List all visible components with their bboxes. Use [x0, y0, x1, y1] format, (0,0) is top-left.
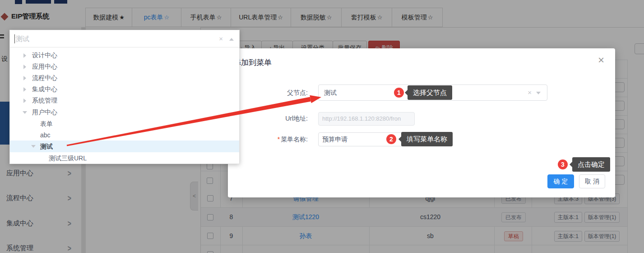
- annotation-badge-3: 3: [558, 159, 568, 169]
- url-input: http://192.168.1.120:8280/fron: [318, 112, 415, 126]
- parent-node-dropdown: 测试 × 设计中心 应用中心 流程中心 集成中心 系统管理 用户中心 表单 ab…: [9, 30, 240, 164]
- tree-item-user-center[interactable]: 用户中心: [10, 107, 239, 118]
- add-to-menu-modal: 添加到菜单 × 父节点: 测试 × Url地址: http://192.168.…: [228, 48, 615, 197]
- caret-right-icon[interactable]: [23, 53, 26, 58]
- menu-name-label: *菜单名称:: [253, 135, 308, 144]
- caret-right-icon[interactable]: [23, 65, 26, 69]
- tree-item-design-center[interactable]: 设计中心: [10, 50, 239, 61]
- screen: EIP管理系统 数据建模★ pc表单☆ 手机表单☆ URL表单管理☆ 数据脱敏☆…: [0, 0, 644, 253]
- tooltip-arrow: [405, 90, 408, 95]
- text-caret: [14, 34, 15, 43]
- tree-item-app-center[interactable]: 应用中心: [10, 61, 239, 72]
- caret-right-icon[interactable]: [23, 87, 26, 92]
- tree-item-form[interactable]: 表单: [10, 118, 239, 130]
- caret-right-icon[interactable]: [23, 98, 26, 103]
- tree-item-integration-center[interactable]: 集成中心: [10, 84, 239, 95]
- required-mark: *: [278, 136, 280, 143]
- parent-node-label: 父节点:: [253, 88, 308, 97]
- tree-search-input[interactable]: 测试 ×: [10, 30, 239, 47]
- tree-item-abc[interactable]: abc: [10, 130, 239, 141]
- caret-down-icon[interactable]: [23, 111, 27, 114]
- annotation-badge-2: 2: [386, 134, 396, 144]
- clear-icon[interactable]: ×: [219, 30, 223, 47]
- caret-up-icon[interactable]: [229, 38, 234, 41]
- cancel-button[interactable]: 取 消: [579, 174, 605, 188]
- close-icon[interactable]: ×: [598, 55, 604, 66]
- annotation-tip-3: 点击确定: [572, 157, 610, 172]
- url-label: Url地址:: [253, 114, 308, 123]
- tree-item-test-selected[interactable]: 测试: [10, 141, 239, 152]
- confirm-button[interactable]: 确 定: [547, 174, 574, 188]
- annotation-tip-1: 选择父节点: [408, 85, 452, 100]
- tooltip-arrow: [570, 162, 572, 167]
- annotation-badge-1: 1: [394, 88, 404, 98]
- tooltip-arrow: [398, 136, 401, 142]
- clear-icon[interactable]: ×: [528, 85, 532, 100]
- caret-down-icon[interactable]: [536, 92, 541, 94]
- tree-item-system-mgmt[interactable]: 系统管理: [10, 95, 239, 106]
- parent-node-value: 测试: [324, 85, 337, 100]
- tree-item-process-center[interactable]: 流程中心: [10, 72, 239, 84]
- caret-down-icon[interactable]: [31, 145, 36, 148]
- search-text: 测试: [16, 30, 29, 47]
- annotation-tip-2: 填写菜单名称: [401, 132, 453, 146]
- tree-item-test-level3-url[interactable]: 测试三级URL: [10, 153, 239, 164]
- caret-right-icon[interactable]: [23, 76, 26, 80]
